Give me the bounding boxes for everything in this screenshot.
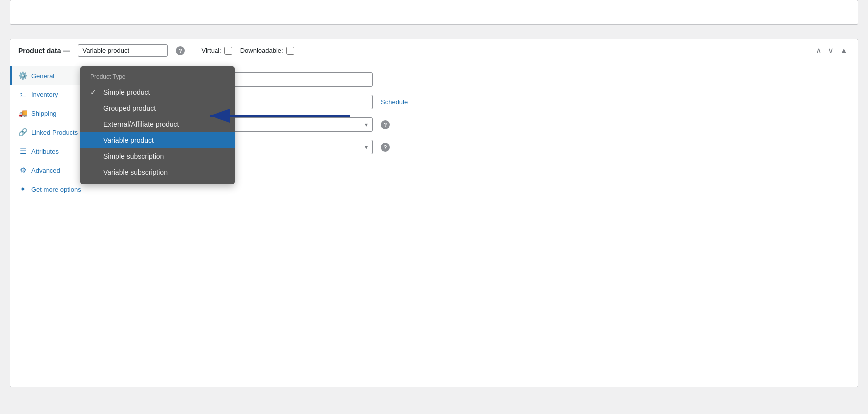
dropdown-item-variable-sub[interactable]: Variable subscription (80, 164, 235, 180)
advanced-icon: ⚙ (18, 166, 27, 175)
sidebar-label-inventory: Inventory (31, 91, 58, 98)
dropdown-item-simple[interactable]: ✓ Simple product (80, 84, 235, 100)
dropdown-label-external: External/Affiliate product (103, 120, 179, 128)
downloadable-checkbox[interactable] (286, 47, 294, 55)
checkmark-simple: ✓ (90, 88, 98, 96)
product-data-panel: Product data — Simple product Grouped pr… (10, 39, 858, 387)
dropdown-label-grouped: Grouped product (103, 104, 156, 112)
inventory-icon: 🏷 (18, 90, 27, 99)
arrow-down-button[interactable]: ∨ (826, 45, 836, 56)
collapse-button[interactable]: ▲ (838, 45, 850, 56)
panel-title: Product data — (18, 47, 70, 55)
dropdown-item-grouped[interactable]: Grouped product (80, 100, 235, 116)
downloadable-label[interactable]: Downloadable: (240, 47, 294, 55)
arrow-up-button[interactable]: ∧ (814, 45, 824, 56)
panel-header: Product data — Simple product Grouped pr… (10, 39, 858, 62)
sidebar-label-general: General (31, 72, 54, 80)
dropdown-label-simple: Simple product (103, 88, 150, 96)
tax-class-help-icon[interactable]: ? (381, 143, 390, 152)
dropdown-label-simple-sub: Simple subscription (103, 152, 164, 160)
sidebar-label-shipping: Shipping (31, 110, 57, 117)
sidebar-label-advanced: Advanced (31, 167, 60, 174)
shipping-icon: 🚚 (18, 109, 27, 118)
schedule-link[interactable]: Schedule (381, 98, 408, 106)
product-type-help-icon[interactable]: ? (176, 46, 185, 55)
sidebar-label-linked-products: Linked Products (31, 129, 78, 136)
linked-products-icon: 🔗 (18, 128, 27, 137)
product-type-dropdown: Product Type ✓ Simple product Grouped pr… (80, 66, 235, 184)
attributes-icon: ☰ (18, 147, 27, 156)
general-icon: ⚙️ (18, 71, 27, 80)
product-type-select[interactable]: Simple product Grouped product External/… (78, 44, 168, 57)
virtual-checkbox[interactable] (224, 47, 232, 55)
get-more-icon: ✦ (18, 185, 27, 194)
product-type-select-wrapper: Simple product Grouped product External/… (78, 44, 168, 57)
dropdown-item-variable[interactable]: Variable product (80, 132, 235, 148)
dropdown-item-external[interactable]: External/Affiliate product (80, 116, 235, 132)
dropdown-label-variable: Variable product (103, 136, 154, 144)
dropdown-label-variable-sub: Variable subscription (103, 168, 168, 176)
sidebar-label-attributes: Attributes (31, 148, 59, 155)
divider (193, 46, 193, 56)
sidebar-label-get-more: Get more options (31, 186, 81, 193)
virtual-label[interactable]: Virtual: (201, 47, 232, 55)
dropdown-title: Product Type (80, 70, 235, 84)
top-content-box (10, 0, 858, 25)
header-arrows: ∧ ∨ ▲ (814, 45, 850, 56)
tax-status-help-icon[interactable]: ? (381, 120, 390, 129)
dropdown-item-simple-sub[interactable]: Simple subscription (80, 148, 235, 164)
page-wrapper: Product data — Simple product Grouped pr… (0, 0, 868, 414)
